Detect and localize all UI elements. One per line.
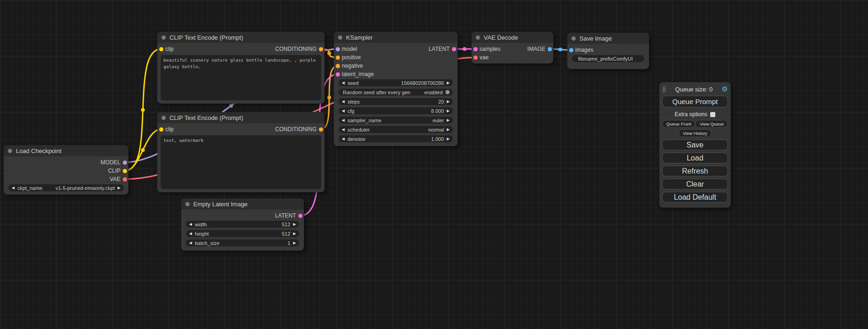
decrement-arrow-icon[interactable]: ◀	[189, 221, 192, 228]
latent-output-dot[interactable]	[452, 47, 456, 51]
increment-arrow-icon[interactable]: ▶	[293, 239, 296, 246]
extra-options-checkbox[interactable]	[710, 112, 715, 117]
node-ksampler[interactable]: KSamplermodelLATENTpositivenegativelaten…	[334, 32, 458, 146]
node-save-image[interactable]: Save Imageimagesfilename_prefixComfyUI	[567, 33, 649, 69]
decrement-arrow-icon[interactable]: ◀	[342, 135, 345, 142]
load-button[interactable]: Load	[662, 153, 728, 163]
wire-midpoint-dot[interactable]	[141, 108, 145, 112]
decrement-arrow-icon[interactable]: ◀	[342, 98, 345, 105]
clip-output-dot[interactable]	[123, 169, 127, 173]
clear-button[interactable]: Clear	[662, 179, 728, 189]
negative-input-dot[interactable]	[336, 64, 340, 68]
view-history-button[interactable]: View History	[678, 129, 712, 137]
node-title-bar[interactable]: Load Checkpoint	[4, 145, 128, 156]
increment-arrow-icon[interactable]: ▶	[447, 98, 450, 105]
increment-arrow-icon[interactable]: ▶	[447, 79, 450, 86]
vae-input-dot[interactable]	[473, 56, 478, 60]
increment-arrow-icon[interactable]: ▶	[293, 221, 296, 228]
increment-arrow-icon[interactable]: ▶	[447, 117, 450, 124]
load-default-button[interactable]: Load Default	[662, 192, 728, 203]
node-clip-text-encode-positive[interactable]: CLIP Text Encode (Prompt)clipCONDITIONIN…	[157, 32, 325, 104]
wire-midpoint-dot[interactable]	[141, 148, 145, 152]
vae-output-dot[interactable]	[123, 177, 127, 182]
collapse-dot-icon[interactable]	[476, 35, 480, 40]
increment-arrow-icon[interactable]: ▶	[447, 135, 450, 142]
widget-width[interactable]: ◀width512▶	[186, 221, 299, 228]
decrement-arrow-icon[interactable]: ◀	[189, 239, 192, 246]
widget-cfg[interactable]: ◀cfg8.000▶	[339, 107, 453, 114]
node-canvas[interactable]: ⣿ Queue size: 0 ⚙ Queue Prompt Extra opt…	[0, 0, 868, 329]
decrement-arrow-icon[interactable]: ◀	[189, 230, 192, 237]
slot-area: modelLATENTpositivenegativelatent_image	[334, 45, 458, 78]
prompt-text-area[interactable]: text, watermark	[161, 135, 321, 189]
decrement-arrow-icon[interactable]: ◀	[342, 126, 345, 133]
conditioning-output-dot[interactable]	[319, 47, 323, 51]
slot-row: positive	[334, 53, 458, 62]
latent-output-dot[interactable]	[298, 214, 303, 218]
collapse-dot-icon[interactable]	[572, 36, 576, 41]
wire-midpoint-dot[interactable]	[558, 48, 562, 51]
increment-arrow-icon[interactable]: ▶	[447, 107, 450, 114]
node-vae-decode[interactable]: VAE DecodesamplesIMAGEvae	[472, 32, 553, 63]
view-queue-button[interactable]: View Queue	[695, 120, 728, 128]
widget-seed[interactable]: ◀seed156680208700286▶	[339, 79, 453, 86]
node-title-bar[interactable]: KSampler	[334, 32, 458, 43]
model-output-dot[interactable]	[123, 161, 127, 165]
decrement-arrow-icon[interactable]: ◀	[342, 107, 345, 114]
clip-input-dot[interactable]	[159, 47, 163, 51]
queue-menu-panel[interactable]: ⣿ Queue size: 0 ⚙ Queue Prompt Extra opt…	[659, 82, 731, 208]
queue-prompt-button[interactable]: Queue Prompt	[662, 96, 728, 107]
decrement-arrow-icon[interactable]: ◀	[342, 117, 345, 124]
collapse-dot-icon[interactable]	[185, 202, 190, 206]
settings-gear-icon[interactable]: ⚙	[722, 85, 728, 93]
node-title-bar[interactable]: Empty Latent Image	[181, 198, 304, 210]
collapse-dot-icon[interactable]	[8, 149, 12, 153]
output-slot-label: CONDITIONING	[275, 45, 317, 53]
wire-midpoint-dot[interactable]	[327, 96, 331, 99]
clip-input-dot[interactable]	[159, 127, 163, 132]
model-input-dot[interactable]	[336, 47, 340, 51]
positive-input-dot[interactable]	[336, 56, 340, 60]
toggle-dot-icon[interactable]	[445, 90, 450, 94]
widget-ckpt-name[interactable]: ◀ckpt_namev1-5-pruned-emaonly.ckpt▶	[8, 184, 124, 191]
widget-value: euler	[432, 118, 444, 123]
image-output-dot[interactable]	[548, 47, 552, 51]
collapse-dot-icon[interactable]	[162, 116, 166, 120]
node-load-checkpoint[interactable]: Load CheckpointMODELCLIPVAE◀ckpt_namev1-…	[4, 145, 128, 195]
widget-random-seed-after-every-gen[interactable]: Random seed after every genenabled	[339, 89, 453, 96]
prompt-text-area[interactable]: beautiful scenery nature glass bottle la…	[161, 55, 321, 100]
samples-input-dot[interactable]	[473, 47, 478, 51]
decrement-arrow-icon[interactable]: ◀	[342, 79, 345, 86]
conditioning-output-dot[interactable]	[319, 127, 323, 132]
slot-row: negative	[334, 62, 458, 70]
images-input-dot[interactable]	[569, 48, 573, 52]
drag-handle-icon[interactable]: ⣿	[662, 86, 666, 92]
widget-steps[interactable]: ◀steps20▶	[339, 98, 453, 105]
increment-arrow-icon[interactable]: ▶	[293, 230, 296, 237]
widget-filename-prefix[interactable]: filename_prefixComfyUI	[572, 55, 644, 62]
node-title-bar[interactable]: CLIP Text Encode (Prompt)	[157, 112, 325, 123]
refresh-button[interactable]: Refresh	[662, 166, 728, 176]
decrement-arrow-icon[interactable]: ◀	[12, 184, 14, 191]
node-title-bar[interactable]: CLIP Text Encode (Prompt)	[157, 32, 325, 43]
wire-midpoint-dot[interactable]	[463, 47, 466, 51]
collapse-dot-icon[interactable]	[338, 35, 342, 40]
queue-front-button[interactable]: Queue Front	[662, 120, 695, 128]
save-button[interactable]: Save	[662, 140, 728, 150]
node-empty-latent-image[interactable]: Empty Latent ImageLATENT◀width512▶◀heigh…	[181, 198, 304, 251]
widget-height[interactable]: ◀height512▶	[186, 230, 299, 237]
latent_image-input-dot[interactable]	[336, 72, 340, 77]
increment-arrow-icon[interactable]: ▶	[118, 184, 120, 191]
widget-label: batch_size	[195, 240, 219, 246]
collapse-dot-icon[interactable]	[162, 35, 166, 40]
wire-midpoint-dot[interactable]	[327, 51, 331, 55]
widget-scheduler[interactable]: ◀schedulernormal▶	[339, 126, 453, 133]
widget-denoise[interactable]: ◀denoise1.000▶	[339, 135, 453, 142]
node-title-bar[interactable]: Save Image	[567, 33, 649, 44]
widget-batch-size[interactable]: ◀batch_size1▶	[186, 239, 299, 246]
increment-arrow-icon[interactable]: ▶	[447, 126, 450, 133]
node-clip-text-encode-negative[interactable]: CLIP Text Encode (Prompt)clipCONDITIONIN…	[157, 112, 325, 192]
widget-sampler-name[interactable]: ◀sampler_nameeuler▶	[339, 117, 453, 124]
node-title-bar[interactable]: VAE Decode	[472, 32, 553, 43]
wire-midpoint-dot[interactable]	[229, 104, 233, 108]
